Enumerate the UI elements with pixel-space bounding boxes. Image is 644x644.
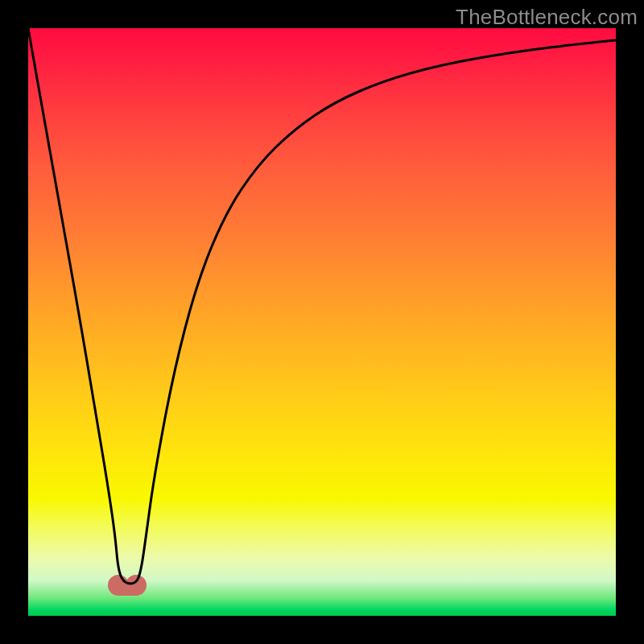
watermark-text: TheBottleneck.com <box>456 5 638 30</box>
lobe-bridge <box>118 583 136 596</box>
bottom-lobes <box>108 575 147 596</box>
curve-svg <box>28 28 616 616</box>
main-curve <box>28 28 616 584</box>
chart-plot-area <box>28 28 616 616</box>
